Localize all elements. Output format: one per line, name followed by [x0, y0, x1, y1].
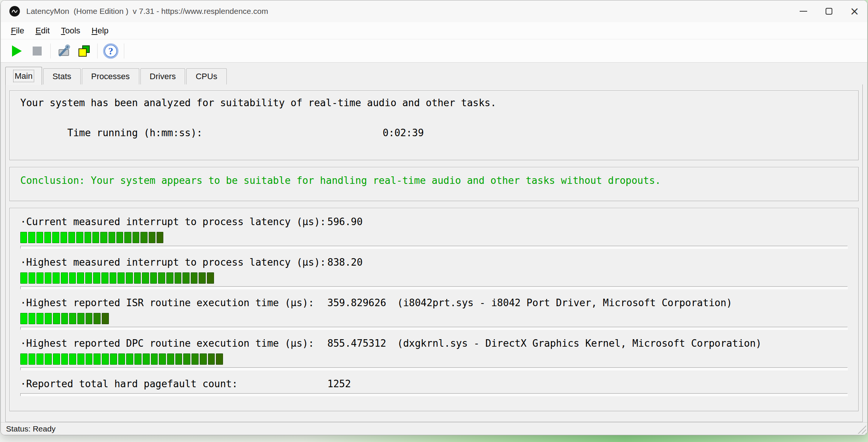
- tab-strip: Main Stats Processes Drivers CPUs: [1, 63, 867, 84]
- menu-file[interactable]: File: [5, 24, 30, 38]
- metric-detail: (dxgkrnl.sys - DirectX Graphics Kernel, …: [397, 338, 762, 349]
- bar-segment: [53, 272, 60, 284]
- bar-segment: [36, 232, 43, 243]
- metric-value: 359.829626: [327, 296, 397, 310]
- bar-segment: [92, 232, 99, 243]
- bar-segment: [126, 353, 133, 365]
- bar-segment: [150, 272, 157, 284]
- stop-monitor-button[interactable]: [27, 42, 47, 60]
- tab-processes-label: Processes: [91, 72, 130, 81]
- bar-segment: [45, 353, 52, 365]
- bar-segment: [102, 313, 109, 324]
- start-monitor-button[interactable]: [7, 42, 27, 60]
- toolbar-separator: [50, 44, 51, 59]
- bar-segment: [84, 232, 91, 243]
- metric-row: ·Highest measured interrupt to process l…: [20, 256, 848, 289]
- metric-bar: [20, 353, 848, 365]
- bar-segment: [45, 313, 52, 324]
- metric-text: ·Highest reported DPC routine execution …: [20, 337, 848, 350]
- menu-help[interactable]: Help: [86, 24, 114, 38]
- close-icon: ×: [850, 6, 859, 17]
- metric-label: Highest reported ISR routine execution t…: [26, 297, 314, 308]
- bar-segment: [53, 353, 60, 365]
- tab-processes[interactable]: Processes: [82, 68, 139, 84]
- bar-segment: [69, 313, 76, 324]
- tab-drivers[interactable]: Drivers: [140, 68, 185, 84]
- maximize-button[interactable]: [816, 0, 842, 22]
- bar-segment: [52, 232, 59, 243]
- options-button[interactable]: [54, 42, 74, 60]
- title-bar[interactable]: LatencyMon (Home Edition ) v 7.31 - http…: [1, 0, 867, 22]
- bar-segment: [77, 313, 84, 324]
- metric-bar-groove: [20, 393, 848, 396]
- bar-segment: [29, 272, 36, 284]
- bar-segment: [61, 272, 68, 284]
- minimize-button[interactable]: [791, 0, 816, 22]
- copy-report-button[interactable]: [74, 42, 94, 60]
- bar-segment: [93, 272, 100, 284]
- metric-value: 838.20: [327, 256, 397, 269]
- bar-segment: [76, 232, 83, 243]
- metric-text: ·Current measured interrupt to process l…: [20, 215, 848, 229]
- metric-detail: (i8042prt.sys - i8042 Port Driver, Micro…: [397, 297, 732, 308]
- metric-value: 596.90: [327, 215, 397, 229]
- metric-bar: [20, 272, 848, 284]
- metric-text: ·Highest reported ISR routine execution …: [20, 296, 848, 310]
- window-controls: ×: [791, 0, 867, 22]
- bar-segment: [61, 353, 68, 365]
- bar-segment: [93, 313, 101, 324]
- menu-tools[interactable]: Tools: [55, 24, 86, 38]
- menu-edit[interactable]: Edit: [30, 24, 55, 38]
- bar-segment: [60, 232, 67, 243]
- metric-bullet: ·: [20, 338, 26, 349]
- help-icon: ?: [103, 43, 119, 59]
- metric-text: ·Highest measured interrupt to process l…: [20, 256, 848, 269]
- bar-segment: [142, 272, 149, 284]
- menu-bar: File Edit Tools Help: [1, 22, 867, 39]
- bar-segment: [53, 313, 60, 324]
- bar-segment: [157, 232, 163, 243]
- bar-segment: [102, 353, 109, 365]
- bar-segment: [140, 232, 147, 243]
- metric-label-cell: ·Highest measured interrupt to process l…: [20, 256, 327, 269]
- tab-stats[interactable]: Stats: [43, 68, 81, 84]
- metric-text: ·Reported total hard pagefault count:125…: [20, 377, 848, 391]
- bar-segment: [124, 232, 131, 243]
- bar-segment: [126, 272, 133, 284]
- time-running-label: Time running (h:mm:ss):: [67, 125, 383, 140]
- conclusion-text: Conclusion: Your system appears to be su…: [20, 173, 848, 188]
- bar-segment: [175, 353, 182, 365]
- bar-segment: [20, 353, 27, 365]
- metric-bar-fill: [20, 353, 223, 365]
- copy-report-icon: [77, 44, 92, 59]
- tab-main[interactable]: Main: [5, 67, 42, 85]
- toolbar-separator: [97, 44, 98, 59]
- minimize-icon: [800, 11, 807, 12]
- analysis-box: Your system has been analyzed for suitab…: [9, 90, 859, 160]
- metric-label-cell: ·Highest reported ISR routine execution …: [20, 296, 327, 310]
- metric-bar-groove: [20, 327, 848, 330]
- svg-text:?: ?: [108, 46, 113, 57]
- metric-value: 855.475312: [327, 337, 397, 350]
- bar-segment: [36, 353, 44, 365]
- bar-segment: [191, 272, 198, 284]
- analysis-line: Your system has been analyzed for suitab…: [20, 95, 848, 110]
- metric-row: ·Reported total hard pagefault count:125…: [20, 377, 848, 396]
- metric-bullet: ·: [20, 257, 26, 268]
- resize-grip[interactable]: [857, 425, 866, 434]
- metric-label-cell: ·Highest reported DPC routine execution …: [20, 337, 327, 350]
- metric-row: ·Highest reported ISR routine execution …: [20, 296, 848, 330]
- app-icon[interactable]: [9, 6, 20, 17]
- bar-segment: [182, 272, 190, 284]
- bar-segment: [29, 353, 36, 365]
- metric-row: ·Current measured interrupt to process l…: [20, 215, 848, 249]
- metric-label: Highest reported DPC routine execution t…: [26, 338, 314, 349]
- bar-segment: [216, 353, 223, 365]
- metrics-box: ·Current measured interrupt to process l…: [9, 208, 859, 411]
- bar-segment: [93, 353, 101, 365]
- bar-segment: [191, 353, 199, 365]
- close-button[interactable]: ×: [842, 0, 867, 22]
- bar-segment: [167, 353, 174, 365]
- help-button[interactable]: ?: [101, 42, 121, 60]
- tab-cpus[interactable]: CPUs: [186, 68, 226, 84]
